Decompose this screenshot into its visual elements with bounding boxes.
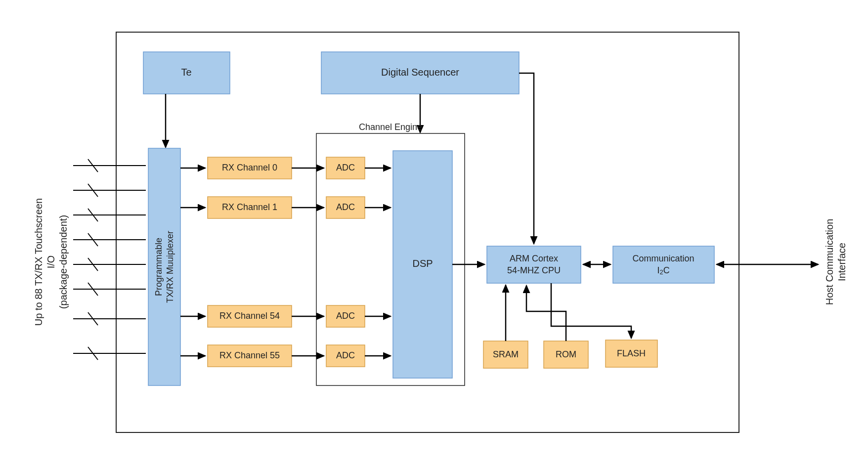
svg-text:ADC: ADC <box>336 350 355 360</box>
svg-text:Interface: Interface <box>836 243 847 281</box>
digital-sequencer-label: Digital Sequencer <box>381 67 459 78</box>
svg-text:ADC: ADC <box>336 202 355 212</box>
svg-text:ADC: ADC <box>336 163 355 172</box>
host-label: Host Commuication Interface <box>824 219 847 305</box>
io-label: Up to 88 TX/RX Touchscreen I/O (package-… <box>33 198 69 326</box>
svg-text:RX Channel 55: RX Channel 55 <box>219 350 280 360</box>
mux-block <box>148 148 180 385</box>
rx-row-1: RX Channel 1 ADC <box>180 197 391 218</box>
comm-label-2: I2C <box>657 265 669 276</box>
comm-label-1: Communication <box>632 254 694 263</box>
block-diagram: Up to 88 TX/RX Touchscreen I/O (package-… <box>0 0 868 471</box>
flash-label: FLASH <box>617 348 646 358</box>
mux-label-1: Programmable <box>154 238 164 296</box>
arrow-ds-to-arm <box>519 73 534 244</box>
input-lines <box>73 159 146 360</box>
channel-engine-label: Channel Engine <box>359 122 422 132</box>
svg-text:Host Commuication: Host Commuication <box>824 219 835 305</box>
sram-label: SRAM <box>493 349 519 359</box>
svg-text:RX Channel 0: RX Channel 0 <box>222 163 277 172</box>
svg-text:I/O: I/O <box>45 256 56 269</box>
mux-label-2: TX/RX Muuiplexer <box>165 231 175 303</box>
rom-label: ROM <box>556 349 576 359</box>
arm-label-2: 54-MHZ CPU <box>507 265 561 275</box>
svg-text:(package-dependent): (package-dependent) <box>58 215 69 309</box>
rx-row-0: RX Channel 0 ADC <box>180 157 391 179</box>
rx-row-3: RX Channel 55 ADC <box>180 345 391 367</box>
dsp-label: DSP <box>412 258 433 269</box>
svg-text:ADC: ADC <box>336 311 355 321</box>
comm-block <box>613 246 714 283</box>
arrow-rom-arm <box>526 286 566 341</box>
arrow-arm-flash <box>551 283 631 338</box>
svg-text:RX Channel 54: RX Channel 54 <box>219 311 280 321</box>
arm-label-1: ARM Cortex <box>510 254 558 263</box>
rx-row-2: RX Channel 54 ADC <box>180 305 391 327</box>
arm-block <box>487 246 581 283</box>
svg-text:Up to 88 TX/RX Touchscreen: Up to 88 TX/RX Touchscreen <box>33 198 44 326</box>
te-label: Te <box>181 67 191 78</box>
svg-text:RX Channel 1: RX Channel 1 <box>222 202 277 212</box>
